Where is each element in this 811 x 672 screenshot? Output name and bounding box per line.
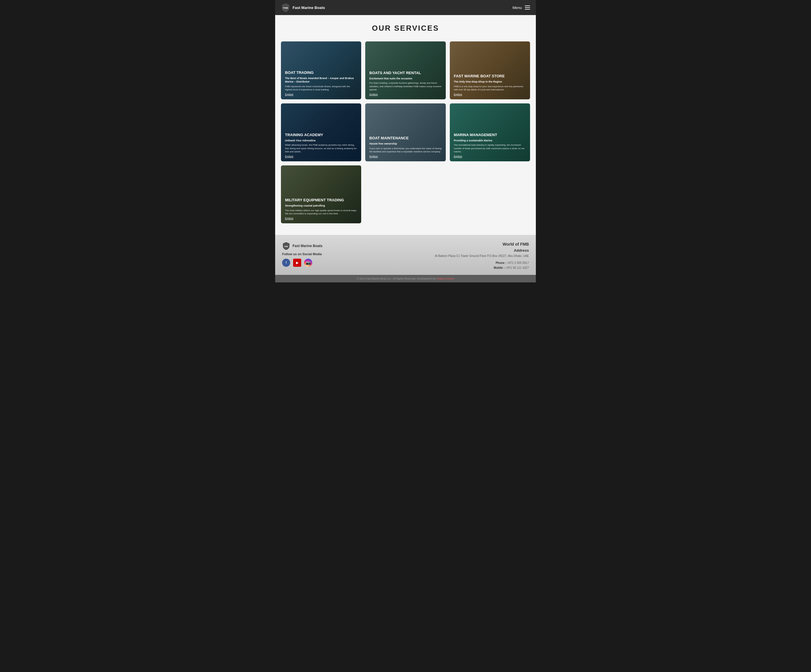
footer-left: FMB Fast Marine Boats Follow us on Socia…: [282, 242, 402, 267]
hamburger-icon[interactable]: [525, 5, 530, 10]
footer-copyright: © 2021 Fast Marine Boat LLC. All Rights …: [357, 277, 436, 280]
card-title-maintenance: BOAT MAINTENANCE: [369, 136, 441, 141]
footer-bottom: © 2021 Fast Marine Boat LLC. All Rights …: [275, 275, 536, 282]
navbar-right: Menu: [512, 5, 530, 10]
card-desc-boat-trading: FMB represents the finest motorboats Bra…: [285, 85, 357, 91]
card-subtitle-marina: Providing a sustainable Marina: [454, 139, 526, 143]
footer-phone-label: Phone :: [495, 261, 506, 265]
brand-shield-icon: FMB: [281, 3, 290, 12]
footer-contact: Phone : +971 2 555 5917 Mobile : +971 50…: [409, 260, 529, 270]
card-explore-fmb-store[interactable]: Explore: [454, 93, 526, 96]
card-subtitle-maintenance: Hassle free ownership: [369, 142, 441, 146]
services-grid-bottom: MILITARY EQUIPMENT TRADING Strengthening…: [281, 165, 530, 223]
card-title-training: TRAINING ACADEMY: [285, 133, 357, 137]
footer-mobile: Mobile : +971 50 111 1027: [409, 265, 529, 270]
footer-social-icons: f ▶ 📷: [282, 259, 402, 267]
footer-mobile-label: Mobile :: [494, 266, 505, 270]
card-subtitle-training: Unleash Your Adrenaline: [285, 139, 357, 143]
brand-name: Fast Marine Boats: [293, 5, 325, 10]
card-desc-marina: The recreational boat industry is rapidl…: [454, 143, 526, 153]
card-content-marina: MARINA MANAGEMENT Providing a sustainabl…: [450, 129, 530, 161]
footer-social-label: Follow us on Social Media: [282, 252, 402, 256]
card-explore-marina[interactable]: Explore: [454, 155, 526, 158]
card-title-marina: MARINA MANAGEMENT: [454, 133, 526, 137]
card-explore-maintenance[interactable]: Explore: [369, 155, 441, 158]
card-content-training: TRAINING ACADEMY Unleash Your Adrenaline…: [281, 129, 361, 161]
footer-phone-number: +971 2 555 5917: [507, 261, 529, 265]
page-title: OUR SERVICES: [281, 24, 530, 33]
card-content-military: MILITARY EQUIPMENT TRADING Strengthening…: [281, 194, 361, 223]
footer-mobile-number: +971 50 111 1027: [506, 266, 529, 270]
card-explore-training[interactable]: Explore: [285, 155, 357, 158]
footer-address-title: Address: [409, 248, 529, 253]
service-card-marina[interactable]: MARINA MANAGEMENT Providing a sustainabl…: [450, 104, 530, 161]
footer-right: World of FMB Address Al Bateen Plaza C1 …: [409, 242, 529, 270]
card-subtitle-yacht-rental: Excitement that suits the occasion: [369, 77, 441, 80]
card-desc-training: While attracting locals, the FMB academy…: [285, 143, 357, 153]
footer-dev-company: Digital Empire: [437, 277, 455, 280]
service-card-boat-trading[interactable]: BOAT TRADING The Best of Boats Awarded B…: [281, 41, 361, 99]
card-desc-yacht-rental: For team building, corporate function ga…: [369, 81, 441, 91]
service-card-fmb-store[interactable]: FAST MARINE BOAT STORE The Only One-Stop…: [450, 41, 530, 99]
card-desc-military: The local military utilizes our high-qua…: [285, 209, 357, 215]
service-card-maintenance[interactable]: BOAT MAINTENANCE Hassle free ownership I…: [365, 104, 446, 161]
card-content-maintenance: BOAT MAINTENANCE Hassle free ownership I…: [365, 132, 446, 161]
footer-phone: Phone : +971 2 555 5917: [409, 260, 529, 265]
card-content-yacht-rental: BOATS AND YACHT RENTAL Excitement that s…: [365, 67, 446, 99]
card-subtitle-military: Strengthening coastal patrolling: [285, 204, 357, 208]
service-card-yacht-rental[interactable]: BOATS AND YACHT RENTAL Excitement that s…: [365, 41, 446, 99]
card-title-yacht-rental: BOATS AND YACHT RENTAL: [369, 71, 441, 76]
card-title-military: MILITARY EQUIPMENT TRADING: [285, 198, 357, 203]
instagram-icon[interactable]: 📷: [304, 259, 312, 267]
card-explore-boat-trading[interactable]: Explore: [285, 93, 357, 96]
footer-shield-icon: FMB: [282, 242, 290, 250]
footer-world-title: World of FMB: [409, 242, 529, 246]
card-subtitle-boat-trading: The Best of Boats Awarded Brand – Asopar…: [285, 77, 357, 83]
card-desc-fmb-store: FMB is a one-stop-shop for your Sea expe…: [454, 85, 526, 91]
service-card-training[interactable]: TRAINING ACADEMY Unleash Your Adrenaline…: [281, 104, 361, 161]
footer: FMB Fast Marine Boats Follow us on Socia…: [275, 235, 536, 282]
footer-address-text: Al Bateen Plaza C1 Tower Ground Floor P.…: [409, 254, 529, 258]
facebook-icon[interactable]: f: [282, 259, 290, 267]
card-desc-maintenance: If you own or operate a Motorboat, you u…: [369, 147, 441, 153]
main-content: OUR SERVICES BOAT TRADING The Best of Bo…: [275, 15, 536, 235]
card-explore-yacht-rental[interactable]: Explore: [369, 93, 441, 96]
menu-label[interactable]: Menu: [512, 5, 522, 10]
service-card-military[interactable]: MILITARY EQUIPMENT TRADING Strengthening…: [281, 165, 361, 223]
card-content-fmb-store: FAST MARINE BOAT STORE The Only One-Stop…: [450, 70, 530, 99]
svg-text:FMB: FMB: [284, 245, 288, 247]
empty-cell-2: [450, 165, 530, 223]
card-subtitle-fmb-store: The Only One-Stop-Shop in the Region: [454, 80, 526, 84]
svg-text:FMB: FMB: [283, 7, 288, 9]
footer-brand: FMB Fast Marine Boats: [282, 242, 402, 250]
footer-brand-name: Fast Marine Boats: [293, 244, 322, 248]
services-grid-middle: TRAINING ACADEMY Unleash Your Adrenaline…: [281, 104, 530, 161]
navbar: FMB Fast Marine Boats Menu: [275, 0, 536, 15]
page-wrapper: FMB Fast Marine Boats Menu OUR SERVICES …: [275, 0, 536, 282]
card-title-boat-trading: BOAT TRADING: [285, 70, 357, 75]
card-explore-military[interactable]: Explore: [285, 217, 357, 220]
services-grid-top: BOAT TRADING The Best of Boats Awarded B…: [281, 41, 530, 99]
card-title-fmb-store: FAST MARINE BOAT STORE: [454, 74, 526, 79]
empty-cell-1: [365, 165, 446, 223]
youtube-icon[interactable]: ▶: [293, 259, 301, 267]
footer-content: FMB Fast Marine Boats Follow us on Socia…: [275, 235, 536, 275]
card-content-boat-trading: BOAT TRADING The Best of Boats Awarded B…: [281, 67, 361, 99]
navbar-brand[interactable]: FMB Fast Marine Boats: [281, 3, 325, 12]
